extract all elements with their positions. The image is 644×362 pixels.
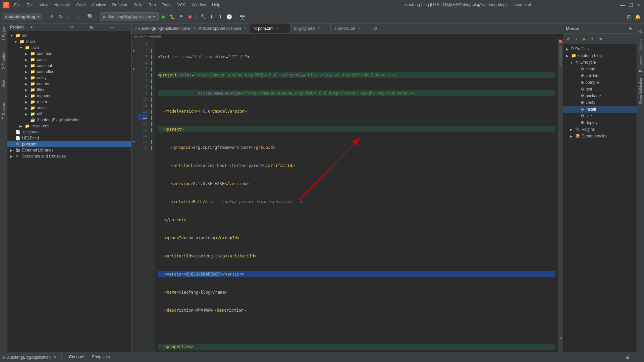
- tree-item-entity[interactable]: ▶ 📁 entity: [7, 75, 131, 81]
- project-close-icon[interactable]: —: [110, 25, 129, 29]
- bottom-tab-console[interactable]: Console: [66, 353, 87, 361]
- left-strip-structure[interactable]: Z: Structure: [0, 101, 7, 121]
- tree-item-src[interactable]: ▼ 📁 src: [7, 33, 131, 39]
- build-icon[interactable]: 🔨: [199, 13, 207, 20]
- tree-item-gitignore[interactable]: 📄 .gitignore: [7, 129, 131, 135]
- left-strip-project[interactable]: 1: Project: [0, 23, 7, 44]
- tree-item-resources[interactable]: ▶ 📁 resources: [7, 123, 131, 129]
- tab-iarticle-service[interactable]: I IArticleCopyService.java ✕: [192, 23, 250, 33]
- tree-item-realm[interactable]: ▶ 📁 realm: [7, 99, 131, 105]
- tab-close-article-loo[interactable]: ✕: [358, 26, 361, 30]
- tree-item-scratches[interactable]: ▶ ✎ Scratches and Consoles: [7, 153, 131, 159]
- notifications-icon[interactable]: 🔔: [634, 13, 641, 20]
- maven-deploy[interactable]: ⚙ deploy: [563, 119, 637, 126]
- maven-refresh-icon[interactable]: ↺: [565, 35, 572, 43]
- tree-item-filter[interactable]: ▶ 📁 filter: [7, 87, 131, 93]
- stop-button[interactable]: ⏹: [186, 13, 194, 20]
- coverage-button[interactable]: ☂: [177, 13, 185, 20]
- left-strip-web[interactable]: Web: [0, 77, 7, 90]
- maven-plugins[interactable]: ▶ 🔌 Plugins: [563, 126, 637, 133]
- project-settings-icon[interactable]: ⚙: [70, 25, 89, 29]
- vcs-history-icon[interactable]: 🕐: [225, 13, 233, 20]
- tree-item-constant[interactable]: ▶ 📁 constant: [7, 63, 131, 69]
- maven-download-icon[interactable]: ↓: [573, 35, 580, 43]
- search-icon[interactable]: 🔍: [87, 13, 94, 20]
- tab-close-pom[interactable]: ✕: [276, 26, 279, 30]
- menu-analyze[interactable]: Analyze: [89, 2, 109, 8]
- minimize-button[interactable]: —: [620, 2, 625, 8]
- project-layout-icon[interactable]: ⊞: [90, 25, 109, 29]
- tree-item-help[interactable]: 📄 HELP.md: [7, 135, 131, 141]
- editor-content[interactable]: ▼ ▼ ▼: [131, 39, 563, 352]
- maven-project[interactable]: ▶ 📁 xiaofeng-blog: [563, 52, 637, 59]
- maven-clean[interactable]: ⚙ clean: [563, 66, 637, 72]
- maven-settings-icon[interactable]: ⚙: [627, 25, 634, 32]
- maven-verify[interactable]: ⚙ verify: [563, 99, 637, 106]
- project-switcher[interactable]: ■ xiaofeng-blog ▼: [3, 13, 42, 20]
- tab-gitignore[interactable]: G .gitignore ✕: [290, 23, 331, 33]
- tab-pom[interactable]: M pom.xml ✕: [250, 23, 290, 33]
- maximize-button[interactable]: ❒: [628, 2, 633, 8]
- tab-close-iarticle[interactable]: ✕: [244, 26, 247, 30]
- scrollbar-area[interactable]: [558, 39, 563, 352]
- maven-run-icon[interactable]: ▶: [581, 35, 588, 43]
- tree-item-service[interactable]: ▶ 📁 service: [7, 105, 131, 111]
- menu-tools[interactable]: Tools: [159, 2, 174, 8]
- scroll-thumb[interactable]: [559, 46, 562, 66]
- tree-item-xiaofeng-app[interactable]: ☕ XiaofengBlogApplication: [7, 117, 131, 123]
- navigate-icon[interactable]: →: [74, 13, 81, 20]
- bottom-close-icon[interactable]: —: [634, 354, 641, 361]
- tree-item-common[interactable]: ▶ 📁 common: [7, 51, 131, 57]
- bottom-tab-endpoints[interactable]: Endpoints: [89, 353, 112, 361]
- run-tab-close[interactable]: ✕: [53, 355, 57, 360]
- code-content[interactable]: <?xml version="1.0" encoding="UTF-8"?> <…: [155, 39, 558, 352]
- tab-close-gitignore[interactable]: ✕: [317, 26, 320, 30]
- left-strip-favorites[interactable]: 2: Favorites: [0, 50, 7, 70]
- maven-test[interactable]: ⚙ test: [563, 86, 637, 93]
- menu-refactor[interactable]: Refactor: [110, 2, 130, 8]
- maven-dependencies[interactable]: ▶ 📦 Dependencies: [563, 133, 637, 139]
- tree-item-util[interactable]: ▶ 📁 util: [7, 111, 131, 117]
- menu-vcs[interactable]: VCS: [175, 2, 189, 8]
- tree-item-external-libs[interactable]: ▶ 📚 External Libraries: [7, 147, 131, 153]
- bottom-settings-icon[interactable]: ⚙: [624, 354, 631, 361]
- tab-xiaofeng-app[interactable]: J XiaofengBlogApplication.java ✕: [131, 23, 192, 33]
- right-strip-maven[interactable]: Maven: [638, 37, 644, 53]
- vcs-push-icon[interactable]: ⬆: [217, 13, 224, 20]
- menu-window[interactable]: Window: [189, 2, 209, 8]
- menu-file[interactable]: File: [11, 2, 23, 8]
- tree-item-enums[interactable]: ▶ 📁 enums: [7, 81, 131, 87]
- tabs-overflow[interactable]: +2: [371, 23, 379, 33]
- menu-view[interactable]: View: [37, 2, 51, 8]
- maven-add-icon[interactable]: +: [589, 35, 596, 43]
- debug-button[interactable]: 🐛: [169, 13, 176, 20]
- tree-item-controller[interactable]: ▶ 📁 controller: [7, 69, 131, 75]
- layout-icon[interactable]: ⊞: [625, 13, 633, 20]
- right-strip-ant[interactable]: Ant: [638, 25, 644, 36]
- menu-code[interactable]: Code: [73, 2, 89, 8]
- camera-icon[interactable]: 📷: [238, 13, 246, 20]
- fold-5[interactable]: ▼: [131, 66, 136, 72]
- run-button[interactable]: ▶: [160, 13, 167, 20]
- menu-edit[interactable]: Edit: [24, 2, 36, 8]
- maven-package[interactable]: ⚙ package: [563, 93, 637, 99]
- right-strip-database[interactable]: Database: [638, 54, 644, 75]
- sync-icon[interactable]: ↺: [48, 13, 55, 20]
- fold-17[interactable]: ▼: [131, 138, 136, 144]
- tree-item-config[interactable]: ▶ 📁 config: [7, 57, 131, 63]
- tab-article-loo[interactable]: J ArticleLoo ✕: [331, 23, 371, 33]
- menu-help[interactable]: Help: [209, 2, 223, 8]
- menu-run[interactable]: Run: [146, 2, 159, 8]
- menu-build[interactable]: Build: [131, 2, 145, 8]
- tree-item-main[interactable]: ▼ 📁 main: [7, 39, 131, 45]
- settings-icon[interactable]: ⚙: [56, 13, 64, 20]
- fold-2[interactable]: ▼: [131, 48, 136, 54]
- maven-validate[interactable]: ⚙ validate: [563, 72, 637, 79]
- maven-site[interactable]: ⚙ site: [563, 113, 637, 119]
- tree-item-java[interactable]: ▼ 📁 java: [7, 45, 131, 51]
- maven-expand-icon[interactable]: m: [597, 35, 604, 43]
- maven-install[interactable]: ⚙ install: [563, 106, 637, 113]
- maven-lifecycle[interactable]: ▼ ⚙ Lifecycle: [563, 59, 637, 66]
- close-button[interactable]: ✕: [636, 2, 641, 8]
- maven-compile[interactable]: ⚙ compile: [563, 79, 637, 86]
